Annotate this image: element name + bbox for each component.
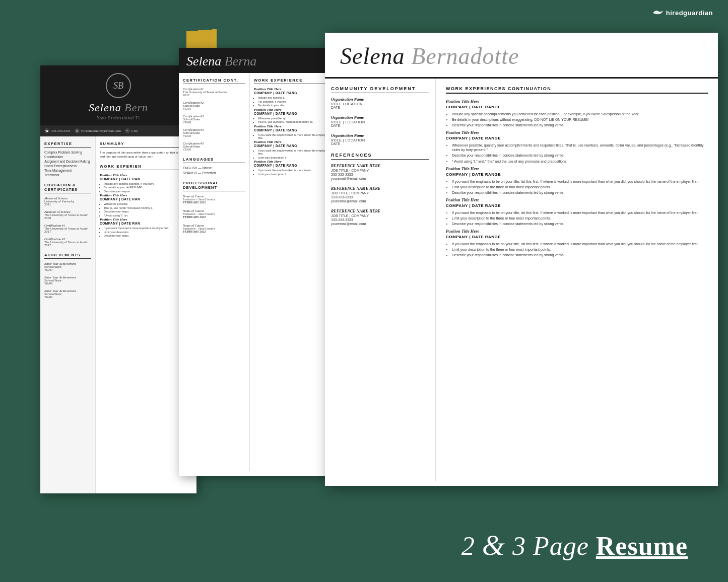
page1-last-name: Bern: [124, 101, 148, 114]
education-title: EDUCATION & CERTIFICATES: [44, 183, 91, 193]
page2-header: Selena Berna: [179, 48, 335, 73]
org-3: Organisation Name ROLE | LOCATION DATE: [331, 133, 429, 146]
page2-body: CERTIFICATION CONT. Certification #1 The…: [179, 73, 335, 471]
cert-cont-title: CERTIFICATION CONT.: [183, 78, 245, 84]
page1-header: SB Selena Bern Your Professional Ti: [40, 65, 196, 125]
p3-position-1: Position Title Here COMPANY | DATE RANGE…: [446, 99, 708, 127]
achievements-section: ACHIEVEMENTS Enter Your Achievement Scho…: [44, 253, 91, 299]
p3-position-4: Position Title Here COMPANY | DATE RANGE…: [446, 197, 708, 226]
references-title: REFERENCES: [331, 153, 429, 160]
page3-right-column: WORK EXPERIENCES CONTINUATION Position T…: [436, 79, 718, 481]
expertise-title: EXPERTISE: [44, 141, 91, 148]
achievements-title: ACHIEVEMENTS: [44, 253, 91, 259]
work-exp-cont-title: WORK EXPERIENCES CONTINUATION: [446, 86, 708, 94]
edu-item-4: Certification #2 The University of Texas…: [44, 237, 91, 247]
location-icon: ⌖: [125, 128, 130, 133]
page2-last-name: Berna: [225, 54, 257, 68]
resume-page-1: SB Selena Bern Your Professional Ti ☎ 33…: [40, 65, 196, 493]
prof-dev-3: Name of Course Institution – State/Count…: [183, 224, 245, 233]
prof-dev-1: Name of Course Institution – State/Count…: [183, 194, 245, 204]
education-section: EDUCATION & CERTIFICATES Master of Scien…: [44, 183, 91, 247]
languages-title: LANGUAGES: [183, 157, 245, 163]
page3-first-name: Selena: [340, 43, 405, 69]
edu-item-2: Bachelor of Science The University of Te…: [44, 210, 91, 220]
page1-body: EXPERTISE Complex Problem Solving Coordi…: [40, 136, 196, 493]
page2-left-column: CERTIFICATION CONT. Certification #1 The…: [179, 73, 249, 471]
contact-email: ✉ youremailname@email.com: [75, 128, 121, 133]
ref-1: REFERENCE NAME HERE JOB TITLE | COMPANY …: [331, 164, 429, 180]
edu-item-1: Master of Science University of Kentucky…: [44, 196, 91, 206]
cert-2: Certification #2 School/State YEAR: [183, 101, 245, 110]
p3-position-3: Position Title Here COMPANY | DATE RANGE…: [446, 166, 708, 195]
logo-text: hiredguardian: [666, 9, 713, 17]
ref-2: REFERENCE NAME HERE JOB TITLE | COMPANY …: [331, 186, 429, 203]
skill-judgment: Judgment and Decision Making: [44, 160, 91, 163]
p2-position-2: Position Title Here COMPANY | DATE RANG …: [254, 108, 331, 124]
bottom-label: 2 & 3 Page Resume: [461, 528, 688, 562]
ref-3: REFERENCE NAME HERE JOB TITLE | COMPANY …: [331, 209, 429, 226]
page1-contact: ☎ 333.333.3333 ✉ youremailname@email.com…: [40, 125, 196, 136]
achieve-item-1: Enter Your Achievement School/State YEAR: [44, 262, 91, 271]
page1-first-name: Selena: [89, 101, 121, 114]
org-2: Organisation Name ROLE | LOCATION DATE: [331, 115, 429, 127]
cert-5: Certification #5 School/State YEAR: [183, 141, 245, 151]
resume-page-3: Selena Bernadotte COMMUNITY DEVELOPMENT …: [325, 33, 718, 486]
p2-position-1: Position Title Here COMPANY | DATE RANG …: [254, 87, 331, 107]
skill-coordination: Coordination: [44, 155, 91, 159]
p3-position-2: Position Title Here COMPANY | DATE RANGE…: [446, 130, 708, 163]
p2-position-4: Position Title Here COMPANY | DATE RANG …: [254, 140, 331, 159]
achieve-item-3: Enter Your Achievement School/State YEAR: [44, 289, 91, 299]
skill-complex: Complex Problem Solving: [44, 151, 91, 154]
page3-name: Selena Bernadotte: [340, 43, 703, 69]
p3-position-5: Position Title Here COMPANY | DATE RANGE…: [446, 229, 708, 257]
contact-location: ⌖ City,: [125, 128, 138, 133]
prof-dev-title: PROFESSIONAL DEVELOPMENT: [183, 181, 245, 191]
cert-4: Certification #4 School/State YEAR: [183, 128, 245, 137]
page1-left-column: EXPERTISE Complex Problem Solving Coordi…: [40, 136, 96, 493]
skill-social: Social Perceptiveness: [44, 164, 91, 168]
page3-left-column: COMMUNITY DEVELOPMENT Organisation Name …: [325, 79, 436, 481]
lang-english: ENGLISH — Native: [183, 166, 245, 170]
skill-teamwork: Teamwork: [44, 173, 91, 177]
community-dev-title: COMMUNITY DEVELOPMENT: [331, 86, 429, 93]
work-exp-cont-title: WORK EXPERIENCE: [254, 78, 331, 84]
cert-3: Certification #3 School/State YEAR: [183, 114, 245, 124]
page2-name: Selena Berna: [186, 54, 327, 69]
page2-first-name: Selena: [186, 54, 221, 68]
prof-dev-2: Name of Course Institution – State/Count…: [183, 209, 245, 219]
page2-right-column: WORK EXPERIENCE Position Title Here COMP…: [249, 73, 335, 471]
phone-icon: ☎: [44, 128, 49, 133]
page1-subtitle: Your Professional Ti: [46, 116, 190, 120]
monogram: SB: [106, 73, 131, 98]
page3-body: COMMUNITY DEVELOPMENT Organisation Name …: [325, 79, 718, 481]
page1-name: Selena Bern: [46, 101, 190, 114]
page3-last-name: Bernadotte: [411, 43, 519, 69]
resume-page-2: Selena Berna CERTIFICATION CONT. Certifi…: [179, 48, 335, 476]
email-icon: ✉: [75, 128, 80, 133]
org-1: Organisation Name ROLE LOCATION DATE: [331, 97, 429, 109]
lang-spanish: SPANISH — Preferred: [183, 171, 245, 175]
contact-phone: ☎ 333.333.3333: [44, 128, 71, 133]
p2-position-5: Position Title Here COMPANY | DATE RANG …: [254, 160, 331, 176]
p2-position-3: Position Title Here COMPANY | DATE RANG …: [254, 124, 331, 139]
cert-1: Certification #1 The University of Texas…: [183, 87, 245, 97]
edu-item-3: Certification #1 The University of Texas…: [44, 224, 91, 233]
logo-wing-icon: [653, 10, 663, 17]
page3-header: Selena Bernadotte: [325, 33, 718, 79]
logo: hiredguardian: [653, 9, 713, 17]
achieve-item-2: Enter Your Achievement School/State YEAR: [44, 275, 91, 285]
skill-time: Time Management: [44, 169, 91, 172]
